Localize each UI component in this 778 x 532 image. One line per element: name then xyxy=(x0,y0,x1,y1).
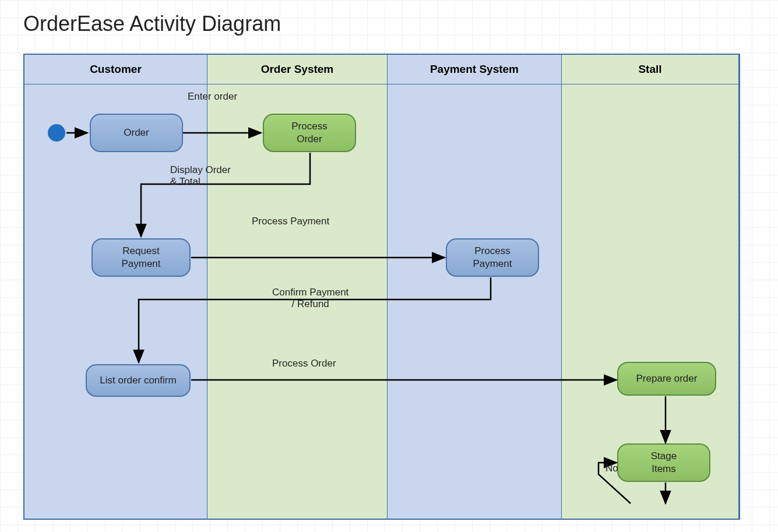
node-order: Order xyxy=(90,114,183,152)
node-request-payment: RequestPayment xyxy=(91,238,191,277)
edge-label-no: No xyxy=(605,463,618,474)
lane-body-stall: Prepare order StageItems xyxy=(562,84,738,519)
lane-body-customer: Order RequestPayment List order confirm xyxy=(24,84,207,519)
lane-paymentsys: Payment System ProcessPayment xyxy=(388,55,562,519)
node-process-payment: ProcessPayment xyxy=(446,238,539,277)
node-process-order: ProcessOrder xyxy=(263,114,356,152)
lane-header-paymentsys: Payment System xyxy=(388,55,561,84)
node-prepare-order: Prepare order xyxy=(617,362,716,396)
lane-header-stall: Stall xyxy=(562,55,738,84)
edge-label-process-order: Process Order xyxy=(272,358,336,369)
edge-label-confirm-refund: Confirm Payment/ Refund xyxy=(272,287,348,310)
edge-label-enter-order: Enter order xyxy=(188,91,237,103)
lane-header-customer: Customer xyxy=(24,55,207,84)
diagram-page: OrderEase Activity Diagram Customer Orde… xyxy=(0,0,778,532)
start-node-icon xyxy=(48,124,65,142)
page-title: OrderEase Activity Diagram xyxy=(23,12,755,36)
node-stage-items: StageItems xyxy=(617,443,710,482)
edge-label-display-order: Display Order& Total xyxy=(170,164,231,188)
lane-stall: Stall Prepare order StageItems xyxy=(562,55,739,519)
lane-customer: Customer Order RequestPayment List order… xyxy=(24,55,207,519)
node-list-order-confirm: List order confirm xyxy=(86,364,191,397)
lane-header-ordersys: Order System xyxy=(207,55,387,84)
edge-label-process-payment: Process Payment xyxy=(252,216,329,227)
lane-body-paymentsys: ProcessPayment xyxy=(388,84,561,519)
swimlane-container: Customer Order RequestPayment List order… xyxy=(23,54,740,520)
